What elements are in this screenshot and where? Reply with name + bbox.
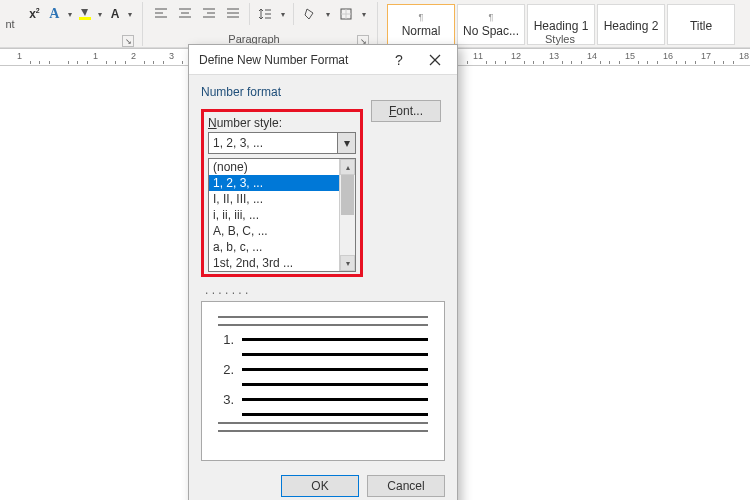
listbox-item[interactable]: 1, 2, 3, ...	[209, 175, 355, 191]
group-separator	[142, 2, 143, 46]
scroll-down-button[interactable]: ▾	[340, 255, 355, 271]
ruler-number: 3	[169, 51, 174, 61]
ruler-tick	[115, 61, 116, 64]
style-tile-label: Heading 1	[534, 19, 589, 33]
superscript-button[interactable]: x2	[26, 3, 43, 25]
ruler-tick	[647, 61, 648, 64]
chevron-down-icon[interactable]: ▾	[279, 10, 288, 19]
ruler-tick	[467, 61, 468, 64]
scroll-thumb[interactable]	[341, 175, 354, 215]
ruler-tick	[600, 61, 601, 64]
dialog-launcher-icon[interactable]: ↘	[122, 35, 134, 47]
ruler-tick	[533, 61, 534, 64]
chevron-down-icon[interactable]: ▾	[360, 10, 369, 19]
ruler-tick	[68, 61, 69, 64]
preview-line	[242, 353, 428, 356]
ruler-tick	[486, 61, 487, 64]
ruler-number: 14	[587, 51, 597, 61]
highlight-button[interactable]	[76, 3, 93, 25]
chevron-down-icon[interactable]: ▾	[323, 10, 332, 19]
ruler-number: 13	[549, 51, 559, 61]
chevron-down-icon[interactable]: ▾	[127, 10, 134, 19]
chevron-down-icon: ▾	[344, 136, 350, 150]
listbox-item[interactable]: 1st, 2nd, 3rd ...	[209, 255, 355, 271]
listbox-item[interactable]: a, b, c, ...	[209, 239, 355, 255]
scrollbar[interactable]: ▴ ▾	[339, 159, 355, 271]
align-center-button[interactable]	[175, 3, 196, 25]
preview-number: 2.	[218, 362, 234, 377]
font-button[interactable]: Font...	[371, 100, 441, 122]
preview-line	[242, 383, 428, 386]
define-number-format-dialog: Define New Number Format ? Number format…	[188, 44, 458, 500]
preview-line	[218, 430, 428, 432]
ruler-tick	[638, 61, 639, 64]
obscured-label: . . . . . . .	[205, 283, 445, 297]
chevron-down-icon[interactable]: ▾	[66, 10, 73, 19]
text-effects-button[interactable]: A	[46, 3, 63, 25]
preview-numbered-row: 2.	[218, 362, 428, 377]
pilcrow-icon: ¶	[489, 12, 494, 22]
listbox-item[interactable]: A, B, C, ...	[209, 223, 355, 239]
ruler-tick	[733, 61, 734, 64]
preview-pane: 1. 2. 3.	[201, 301, 445, 461]
scroll-track[interactable]	[340, 175, 355, 255]
combobox-dropdown-button[interactable]: ▾	[338, 132, 356, 154]
preview-line	[218, 422, 428, 424]
ruler-number: 11	[473, 51, 483, 61]
ruler-tick	[39, 61, 40, 64]
ruler-tick	[723, 61, 724, 64]
dialog-body: Number format Font... Number style: 1, 2…	[189, 75, 457, 465]
ruler-tick	[657, 61, 658, 64]
ruler-tick	[562, 61, 563, 64]
ruler-tick	[49, 61, 50, 64]
ruler-number: 17	[701, 51, 711, 61]
listbox-item[interactable]: I, II, III, ...	[209, 191, 355, 207]
pilcrow-icon: ¶	[419, 12, 424, 22]
ok-button[interactable]: OK	[281, 475, 359, 497]
ruler-tick	[87, 61, 88, 64]
align-justify-button[interactable]	[223, 3, 244, 25]
number-style-listbox[interactable]: (none)1, 2, 3, ...I, II, III, ...i, ii, …	[208, 158, 356, 272]
number-style-combobox[interactable]: 1, 2, 3, ... ▾	[208, 132, 356, 154]
ruler-number: 12	[511, 51, 521, 61]
preview-line	[218, 324, 428, 326]
ruler-tick	[714, 61, 715, 64]
svg-rect-0	[79, 17, 91, 20]
ruler-number: 15	[625, 51, 635, 61]
ruler-tick	[685, 61, 686, 64]
cancel-button[interactable]: Cancel	[367, 475, 445, 497]
section-number-format: Number format	[201, 85, 445, 99]
font-button-accel: F	[389, 104, 396, 118]
dialog-button-row: OK Cancel	[189, 465, 457, 500]
font-color-button[interactable]: A	[107, 3, 124, 25]
ruler-number: 18	[739, 51, 749, 61]
listbox-item[interactable]: i, ii, iii, ...	[209, 207, 355, 223]
preview-number: 1.	[218, 332, 234, 347]
ruler-tick	[676, 61, 677, 64]
help-button[interactable]: ?	[381, 46, 417, 74]
preview-line	[242, 338, 428, 341]
chevron-down-icon[interactable]: ▾	[96, 10, 103, 19]
borders-button[interactable]	[336, 3, 357, 25]
separator	[293, 3, 294, 25]
listbox-item[interactable]: (none)	[209, 159, 355, 175]
preview-number: 3.	[218, 392, 234, 407]
preview-line	[242, 398, 428, 401]
preview-numbered-row: 3.	[218, 392, 428, 407]
line-spacing-button[interactable]	[255, 3, 276, 25]
number-style-label: Number style:	[208, 116, 356, 130]
align-left-button[interactable]	[151, 3, 172, 25]
scroll-up-button[interactable]: ▴	[340, 159, 355, 175]
preview-line	[242, 413, 428, 416]
align-right-button[interactable]	[199, 3, 220, 25]
close-button[interactable]	[417, 46, 453, 74]
ruler-tick	[125, 61, 126, 64]
ruler-tick	[106, 61, 107, 64]
ruler-tick	[163, 61, 164, 64]
font-group-partial: x2 A▾ ▾ A▾ ↘	[20, 0, 140, 47]
dialog-titlebar[interactable]: Define New Number Format ?	[189, 45, 457, 75]
style-tile-label: Title	[690, 19, 712, 33]
preview-line	[218, 316, 428, 318]
shading-button[interactable]	[299, 3, 320, 25]
combobox-value[interactable]: 1, 2, 3, ...	[208, 132, 338, 154]
